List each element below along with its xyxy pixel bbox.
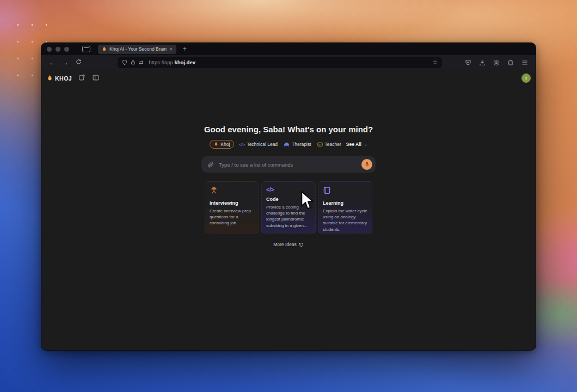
- khoj-brand[interactable]: KHOJ: [47, 75, 72, 82]
- couch-icon: [284, 142, 290, 147]
- url-bar[interactable]: ⇄ https://app.khoj.dev ☆: [118, 57, 442, 68]
- tab-bar: Khoj AI - Your Second Brain × +: [41, 43, 536, 55]
- minimize-window-button[interactable]: [56, 47, 60, 52]
- card-title: Learning: [323, 200, 367, 206]
- reload-button[interactable]: [73, 59, 84, 66]
- extensions-icon[interactable]: [507, 59, 514, 66]
- close-window-button[interactable]: [47, 47, 52, 52]
- brand-name: KHOJ: [55, 75, 72, 82]
- new-chat-button[interactable]: [78, 74, 85, 83]
- see-all-link[interactable]: See All →: [346, 142, 367, 147]
- agent-pill-label: Khoj: [220, 142, 230, 147]
- browser-tab[interactable]: Khoj AI - Your Second Brain ×: [98, 45, 176, 54]
- shield-icon[interactable]: [122, 59, 127, 65]
- main-panel: Good evening, Saba! What's on your mind?…: [201, 125, 376, 247]
- card-interviewing[interactable]: Interviewing Create interview prep quest…: [205, 181, 259, 234]
- khoj-favicon-icon: [102, 46, 107, 52]
- code-icon: </>: [239, 142, 244, 147]
- new-tab-button[interactable]: +: [183, 45, 187, 53]
- presentation-icon: [210, 186, 218, 194]
- back-button[interactable]: ←: [47, 59, 58, 66]
- sidebar-toggle-button[interactable]: [92, 74, 100, 83]
- account-icon[interactable]: [493, 59, 500, 66]
- url-prefix: https://app.: [149, 59, 174, 65]
- agent-pill-label: Technical Lead: [247, 142, 278, 147]
- firefox-view-icon[interactable]: [82, 46, 90, 52]
- card-body: Explain the water cycle using an analogy…: [323, 208, 367, 232]
- menu-icon[interactable]: [521, 59, 528, 66]
- tab-title: Khoj AI - Your Second Brain: [109, 46, 167, 52]
- attach-paperclip-icon[interactable]: [207, 161, 214, 168]
- avatar-glyph: s: [525, 76, 527, 80]
- tab-close-icon[interactable]: ×: [169, 46, 173, 52]
- board-icon: [317, 142, 323, 147]
- lock-icon[interactable]: [131, 59, 136, 65]
- refresh-icon: [299, 242, 304, 247]
- agent-pill-label: Therapist: [292, 142, 311, 147]
- agent-pill-khoj[interactable]: Khoj: [210, 140, 234, 149]
- khoj-agent-icon: [214, 142, 218, 147]
- app-header: KHOJ: [47, 74, 100, 83]
- voice-mic-button[interactable]: [361, 159, 372, 170]
- khoj-app-page: KHOJ s Good evening, Saba! What's on you…: [41, 70, 536, 351]
- more-ideas-button[interactable]: More Ideas: [201, 242, 376, 247]
- greeting-title: Good evening, Saba! What's on your mind?: [201, 125, 376, 134]
- agent-pill-technical-lead[interactable]: </> Technical Lead: [238, 140, 279, 148]
- khoj-logo-icon: [47, 75, 53, 82]
- browser-window: Khoj AI - Your Second Brain × + ← → ⇄ ht…: [41, 42, 536, 351]
- reload-icon: [76, 59, 82, 65]
- card-body: Create interview prep questions for a co…: [210, 208, 254, 226]
- card-learning[interactable]: Learning Explain the water cycle using a…: [318, 181, 372, 234]
- window-controls: [47, 47, 69, 52]
- user-avatar[interactable]: s: [521, 74, 531, 83]
- url-domain: khoj.dev: [174, 59, 195, 65]
- chat-input[interactable]: [219, 162, 361, 168]
- chat-input-box[interactable]: [201, 156, 376, 173]
- mouse-cursor: [300, 191, 315, 211]
- agent-pill-teacher[interactable]: Teacher: [316, 140, 342, 148]
- navigation-bar: ← → ⇄ https://app.khoj.dev ☆: [41, 55, 536, 70]
- card-title: Interviewing: [210, 200, 254, 206]
- more-ideas-label: More Ideas: [273, 242, 297, 247]
- pocket-icon[interactable]: [464, 59, 471, 66]
- suggestion-cards: Interviewing Create interview prep quest…: [201, 181, 376, 234]
- tracking-toggle-icon[interactable]: ⇄: [139, 59, 143, 65]
- url-text: https://app.khoj.dev: [149, 59, 429, 65]
- bookmark-star-icon[interactable]: ☆: [432, 59, 438, 66]
- agent-pills: Khoj </> Technical Lead Therapist Teache…: [201, 140, 376, 149]
- agent-pill-label: Teacher: [325, 142, 341, 147]
- downloads-icon[interactable]: [478, 59, 486, 66]
- microphone-icon: [365, 162, 370, 167]
- forward-button[interactable]: →: [60, 59, 71, 66]
- maximize-window-button[interactable]: [64, 47, 69, 52]
- agent-pill-therapist[interactable]: Therapist: [283, 140, 312, 148]
- book-icon: [323, 186, 331, 194]
- toolbar-icons: [464, 59, 530, 66]
